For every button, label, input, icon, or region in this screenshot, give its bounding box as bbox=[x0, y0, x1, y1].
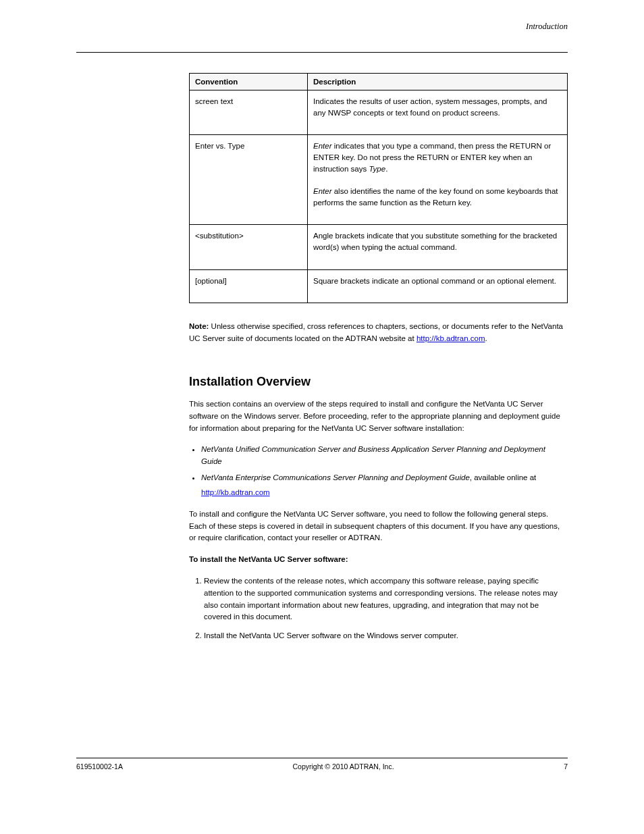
note-label: Note: bbox=[189, 322, 209, 330]
note-block: Note: Unless otherwise specified, cross … bbox=[189, 321, 568, 345]
section-p2: To install and configure the NetVanta UC… bbox=[189, 509, 568, 544]
table-row: [optional]Square brackets indicate an op… bbox=[190, 269, 568, 303]
steps-label: To install the NetVanta UC Server softwa… bbox=[189, 554, 568, 566]
section-heading: Installation Overview bbox=[189, 375, 568, 389]
list-item: NetVanta Unified Communication Server an… bbox=[201, 444, 568, 468]
cell-desc: Indicates the results of user action, sy… bbox=[308, 90, 568, 135]
th-convention: Convention bbox=[190, 74, 308, 90]
footer-left: 619510002-1A bbox=[76, 762, 123, 771]
table-row: Enter vs. TypeEnter indicates that you t… bbox=[190, 135, 568, 225]
page-footer: 619510002-1A Copyright © 2010 ADTRAN, In… bbox=[76, 758, 568, 771]
cell-key: screen text bbox=[190, 90, 308, 135]
note-text-3: . bbox=[485, 334, 487, 342]
cell-key: <substitution> bbox=[190, 225, 308, 269]
cell-key: [optional] bbox=[190, 269, 308, 303]
note-text-1: Unless otherwise specified, cross refere… bbox=[209, 322, 531, 330]
conventions-table: Convention Description screen textIndica… bbox=[189, 73, 568, 303]
kb-link[interactable]: http://kb.adtran.com bbox=[201, 488, 270, 496]
header-divider bbox=[76, 52, 568, 53]
cell-desc: Square brackets indicate an optional com… bbox=[308, 269, 568, 303]
note-link[interactable]: http://kb.adtran.com bbox=[417, 334, 485, 342]
footer-center: Copyright © 2010 ADTRAN, Inc. bbox=[292, 762, 394, 771]
step-item: Review the contents of the release notes… bbox=[204, 575, 568, 623]
table-row: screen textIndicates the results of user… bbox=[190, 90, 568, 135]
page-header-right: Introduction bbox=[76, 22, 568, 32]
step-item: Install the NetVanta UC Server software … bbox=[204, 630, 568, 642]
cell-desc: Angle brackets indicate that you substit… bbox=[308, 225, 568, 269]
table-row: <substitution>Angle brackets indicate th… bbox=[190, 225, 568, 269]
section-p1: This section contains an overview of the… bbox=[189, 398, 568, 434]
table-header-row: Convention Description bbox=[190, 74, 568, 90]
footer-divider bbox=[76, 758, 568, 758]
footer-right: 7 bbox=[564, 762, 568, 771]
cell-key: Enter vs. Type bbox=[190, 135, 308, 225]
kb-link-line: http://kb.adtran.com bbox=[201, 487, 568, 499]
note-text-2: of documents located on the ADTRAN websi… bbox=[244, 334, 417, 342]
cell-desc: Enter indicates that you type a command,… bbox=[308, 135, 568, 225]
list-item: NetVanta Enterprise Communications Serve… bbox=[201, 472, 568, 484]
th-description: Description bbox=[308, 74, 568, 90]
